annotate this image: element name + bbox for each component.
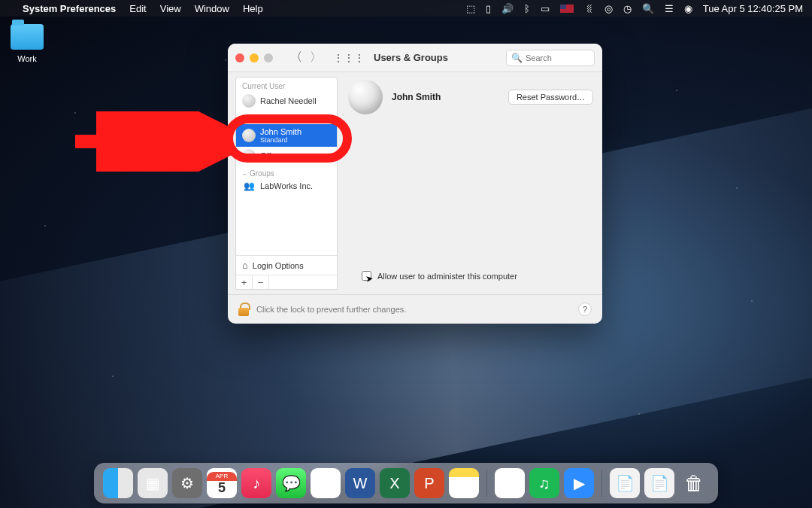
wifi-icon[interactable]: ⧛ bbox=[584, 3, 594, 14]
user-avatar[interactable] bbox=[348, 80, 383, 114]
sidebar-group-labworks[interactable]: 👥 LabWorks Inc. bbox=[236, 179, 337, 193]
dock-powerpoint-icon[interactable]: P bbox=[414, 468, 444, 498]
current-user-name: Rachel Needell bbox=[260, 96, 317, 105]
menubar-clock[interactable]: Tue Apr 5 12:40:25 PM bbox=[703, 3, 803, 14]
dock-spotify-icon[interactable]: ♫ bbox=[529, 468, 559, 498]
users-sidebar: Current User Rachel Needell ⌄Other Users… bbox=[235, 77, 338, 290]
avatar-icon bbox=[242, 94, 256, 108]
lock-row: Click the lock to prevent further change… bbox=[228, 295, 602, 324]
spotlight-icon[interactable]: 🔍 bbox=[642, 3, 654, 14]
reset-password-button[interactable]: Reset Password… bbox=[508, 90, 593, 105]
selected-user-role: Standard bbox=[260, 136, 301, 144]
dock-zoom-icon[interactable]: ▶ bbox=[564, 468, 594, 498]
lock-icon[interactable] bbox=[238, 303, 249, 316]
dock-launchpad-icon[interactable]: ▦ bbox=[138, 468, 168, 498]
window-traffic-lights bbox=[235, 53, 273, 62]
dock-finder-icon[interactable] bbox=[103, 468, 133, 498]
dock-notes-icon[interactable] bbox=[449, 468, 479, 498]
menu-help[interactable]: Help bbox=[243, 3, 263, 14]
add-user-button[interactable]: + bbox=[236, 275, 253, 289]
calendar-day: 5 bbox=[218, 481, 226, 494]
dock-calendar-icon[interactable]: APR 5 bbox=[207, 468, 237, 498]
close-button[interactable] bbox=[235, 53, 244, 62]
search-input[interactable] bbox=[526, 53, 586, 62]
window-titlebar: 〈 〉 ⋮⋮⋮ Users & Groups 🔍 bbox=[228, 44, 602, 72]
search-icon: 🔍 bbox=[511, 53, 523, 63]
cursor-icon: ➤ bbox=[365, 272, 374, 284]
help-button[interactable]: ? bbox=[578, 303, 592, 316]
menubar-app-name[interactable]: System Preferences bbox=[23, 3, 116, 14]
dock-excel-icon[interactable]: X bbox=[380, 468, 410, 498]
groups-section-label[interactable]: ⌄Groups bbox=[236, 165, 337, 179]
dock-separator bbox=[486, 470, 487, 497]
siri-icon[interactable]: ◉ bbox=[684, 3, 692, 14]
admin-checkbox-label: Allow user to administer this computer bbox=[377, 272, 517, 281]
minimize-button[interactable] bbox=[250, 53, 259, 62]
chevron-down-icon: ⌄ bbox=[242, 170, 247, 177]
menu-view[interactable]: View bbox=[160, 3, 181, 14]
dock-chrome-icon[interactable]: ◉ bbox=[311, 468, 341, 498]
detail-user-name: John Smith bbox=[392, 92, 441, 102]
dock-music-icon[interactable]: ♪ bbox=[241, 468, 271, 498]
lock-text: Click the lock to prevent further change… bbox=[256, 305, 406, 314]
home-icon: ⌂ bbox=[242, 260, 248, 271]
dock-word-icon[interactable]: W bbox=[345, 468, 375, 498]
control-center-icon[interactable]: ☰ bbox=[665, 3, 674, 14]
back-button[interactable]: 〈 bbox=[288, 50, 304, 65]
forward-button: 〉 bbox=[308, 50, 324, 65]
sidebar-user-guest[interactable]: Off bbox=[236, 147, 337, 165]
dock-document-icon[interactable]: 📄 bbox=[644, 468, 674, 498]
dock-messages-icon[interactable]: 💬 bbox=[276, 468, 306, 498]
clock-status-icon[interactable]: ◷ bbox=[623, 3, 632, 14]
dock-slack-icon[interactable]: ⁜ bbox=[495, 468, 525, 498]
bluetooth-icon[interactable]: ᛒ bbox=[524, 3, 530, 14]
menu-edit[interactable]: Edit bbox=[129, 3, 146, 14]
folder-icon bbox=[11, 24, 44, 50]
login-options-row[interactable]: ⌂ Login Options bbox=[236, 255, 337, 275]
group-name: LabWorks Inc. bbox=[260, 181, 313, 190]
dropbox-icon[interactable]: ⬚ bbox=[466, 3, 475, 14]
dock: ▦ ⚙ APR 5 ♪ 💬 ◉ W X P ⁜ ♫ ▶ 📄 📄 🗑 bbox=[94, 463, 718, 503]
dock-separator bbox=[601, 470, 602, 497]
users-groups-window: 〈 〉 ⋮⋮⋮ Users & Groups 🔍 Current User Ra… bbox=[228, 44, 602, 324]
desktop: System Preferences Edit View Window Help… bbox=[0, 0, 812, 508]
avatar-icon bbox=[242, 129, 256, 142]
chevron-down-icon: ⌄ bbox=[242, 115, 247, 122]
menubar: System Preferences Edit View Window Help… bbox=[0, 0, 812, 17]
user-icon[interactable]: ◎ bbox=[604, 3, 613, 14]
admin-checkbox-row[interactable]: ➤ Allow user to administer this computer bbox=[348, 271, 593, 281]
remove-user-button[interactable]: − bbox=[253, 275, 269, 289]
selected-user-name: John Smith bbox=[260, 127, 301, 136]
zoom-button[interactable] bbox=[264, 53, 273, 62]
dock-system-preferences-icon[interactable]: ⚙ bbox=[172, 468, 202, 498]
folder-label: Work bbox=[11, 54, 44, 63]
group-icon: 👥 bbox=[242, 181, 256, 190]
guest-user-status: Off bbox=[260, 151, 271, 160]
menu-window[interactable]: Window bbox=[195, 3, 229, 14]
desktop-folder-work[interactable]: Work bbox=[11, 24, 44, 63]
dock-document-icon[interactable]: 📄 bbox=[610, 468, 640, 498]
other-users-section-label[interactable]: ⌄Other Users bbox=[236, 110, 337, 124]
sidebar-user-current[interactable]: Rachel Needell bbox=[236, 92, 337, 110]
show-all-icon[interactable]: ⋮⋮⋮ bbox=[333, 52, 365, 64]
current-user-section-label: Current User bbox=[236, 78, 337, 92]
avatar-icon bbox=[242, 149, 256, 163]
login-options-label: Login Options bbox=[253, 261, 304, 270]
annotation-arrow bbox=[68, 111, 233, 172]
device-icon[interactable]: ▯ bbox=[486, 3, 491, 14]
sidebar-user-john-smith[interactable]: John Smith Standard bbox=[236, 124, 337, 147]
user-detail-pane: John Smith Reset Password… ➤ Allow user … bbox=[338, 72, 602, 290]
dock-trash-icon[interactable]: 🗑 bbox=[679, 468, 709, 498]
search-field[interactable]: 🔍 bbox=[506, 50, 595, 66]
battery-icon[interactable]: ▭ bbox=[541, 3, 550, 14]
window-title: Users & Groups bbox=[374, 52, 448, 63]
volume-icon[interactable]: 🔊 bbox=[501, 3, 514, 14]
input-source-flag-icon[interactable] bbox=[560, 5, 574, 13]
